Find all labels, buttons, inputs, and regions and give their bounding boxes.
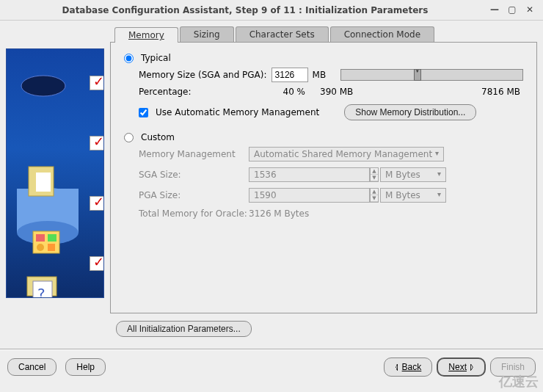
- svg-point-0: [21, 76, 65, 96]
- total-memory-label: Total Memory for Oracle:: [139, 208, 249, 219]
- show-memory-dist-button[interactable]: Show Memory Distribution...: [344, 104, 476, 120]
- custom-radio[interactable]: [124, 133, 134, 142]
- mem-mgmt-label: Memory Management: [139, 149, 249, 159]
- memory-size-slider[interactable]: ▾: [340, 69, 523, 81]
- mem-mgmt-dropdown: Automatic Shared Memory Management: [249, 147, 444, 161]
- minimize-icon[interactable]: —: [487, 4, 502, 17]
- step-check-icon: [90, 196, 104, 211]
- step-check-icon: [90, 76, 104, 90]
- typical-radio[interactable]: [124, 54, 134, 63]
- svg-text:?: ?: [37, 285, 45, 298]
- next-button[interactable]: Next ⦊: [437, 357, 486, 377]
- tab-bar: Memory Sizing Character Sets Connection …: [114, 26, 537, 42]
- sga-size-label: SGA Size:: [139, 170, 249, 180]
- slider-thumb-icon[interactable]: ▾: [414, 69, 421, 81]
- maximize-icon[interactable]: ▢: [505, 4, 520, 17]
- wizard-progress-graphic: ?: [6, 48, 104, 298]
- pga-size-label: PGA Size:: [139, 190, 249, 200]
- svg-point-9: [37, 244, 44, 251]
- help-button[interactable]: Help: [65, 358, 106, 376]
- all-init-params-button[interactable]: All Initialization Parameters...: [116, 321, 252, 337]
- tab-sizing[interactable]: Sizing: [180, 26, 234, 42]
- auto-memory-checkbox[interactable]: [139, 108, 148, 117]
- svg-rect-10: [48, 244, 55, 251]
- tab-memory[interactable]: Memory: [114, 27, 178, 43]
- window-title: Database Configuration Assistant, Step 9…: [6, 5, 484, 15]
- next-label: Next: [448, 362, 467, 372]
- percentage-value: 40 %: [260, 87, 305, 97]
- custom-label: Custom: [141, 132, 175, 142]
- min-memory-label: 390 MB: [305, 87, 386, 97]
- chevron-left-icon: ⦉: [395, 362, 399, 372]
- percentage-label: Percentage:: [139, 87, 260, 97]
- tab-connection-mode[interactable]: Connection Mode: [330, 26, 434, 42]
- close-icon[interactable]: ✕: [522, 4, 537, 17]
- cancel-button[interactable]: Cancel: [7, 358, 57, 376]
- title-bar: Database Configuration Assistant, Step 9…: [0, 0, 543, 21]
- max-memory-label: 7816 MB: [386, 87, 523, 97]
- pga-spinner: ▲▼: [370, 188, 379, 203]
- auto-memory-label: Use Automatic Memory Management: [156, 107, 319, 117]
- wizard-footer: Cancel Help ⦉ Back Next ⦊ Finish: [0, 349, 543, 377]
- sga-size-field: 1536: [249, 167, 370, 182]
- typical-label: Typical: [141, 53, 171, 63]
- total-memory-value: 3126 M Bytes: [249, 208, 446, 219]
- tab-pane-memory: Typical Memory Size (SGA and PGA): MB ▾ …: [110, 42, 537, 313]
- sga-spinner: ▲▼: [370, 167, 379, 182]
- tab-character-sets[interactable]: Character Sets: [236, 26, 329, 42]
- back-button[interactable]: ⦉ Back: [384, 357, 433, 377]
- svg-rect-7: [36, 234, 45, 242]
- pga-size-field: 1590: [249, 188, 370, 203]
- watermark: 亿速云: [499, 373, 539, 391]
- back-label: Back: [402, 362, 422, 372]
- chevron-right-icon: ⦊: [470, 362, 474, 372]
- sga-unit-dropdown: M Bytes: [380, 167, 446, 182]
- step-check-icon: [90, 136, 104, 150]
- step-check-icon: [90, 256, 104, 271]
- finish-label: Finish: [501, 362, 525, 372]
- svg-rect-5: [36, 173, 51, 192]
- svg-rect-8: [48, 234, 57, 242]
- pga-unit-dropdown: M Bytes: [380, 188, 446, 203]
- memory-size-input[interactable]: [272, 68, 308, 82]
- memory-size-label: Memory Size (SGA and PGA):: [139, 70, 267, 80]
- mb-label: MB: [313, 70, 327, 80]
